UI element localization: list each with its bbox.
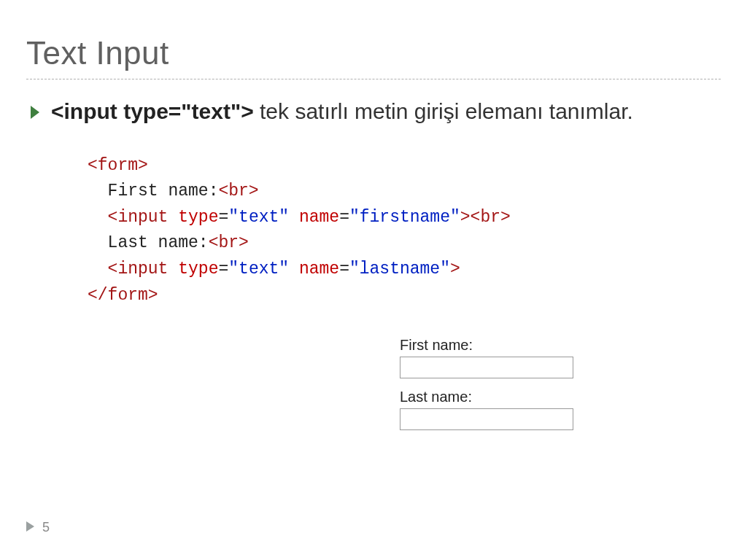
first-name-label: First name: — [400, 337, 573, 354]
code-input1-close: > — [460, 208, 471, 227]
bullet-rest: tek satırlı metin girişi elemanı tanımla… — [254, 99, 633, 123]
code-input1-attr1: type — [178, 208, 218, 227]
code-example: <form> First name:<br> <input type="text… — [88, 153, 721, 309]
code-input2-attr2: name — [299, 260, 339, 279]
code-label-last: Last name: — [108, 233, 209, 252]
code-input1-val1: "text" — [228, 208, 289, 227]
code-input2-open: <input — [108, 260, 169, 279]
bullet-text: <input type="text"> tek satırlı metin gi… — [51, 97, 633, 127]
code-input2-val1: "text" — [228, 260, 289, 279]
code-form-close: </form> — [88, 286, 158, 305]
code-br3: <br> — [209, 233, 249, 252]
code-form-open: <form> — [88, 156, 148, 175]
code-eq2a: = — [218, 260, 228, 279]
code-br2: <br> — [471, 208, 511, 227]
slide-footer: 5 — [26, 520, 50, 535]
code-input2-val2: "lastname" — [349, 260, 450, 279]
slide-title: Text Input — [26, 35, 721, 71]
last-name-input[interactable] — [400, 408, 573, 430]
code-eq1b: = — [339, 208, 349, 227]
bullet-item: <input type="text"> tek satırlı metin gi… — [26, 97, 721, 127]
title-divider — [26, 79, 721, 79]
form-preview: First name: Last name: — [400, 337, 573, 440]
code-input2-attr1: type — [178, 260, 218, 279]
bullet-code: <input type="text"> — [51, 99, 254, 123]
first-name-input[interactable] — [400, 357, 573, 378]
code-label-first: First name: — [108, 182, 219, 201]
last-name-label: Last name: — [400, 389, 573, 405]
code-input1-open: <input — [108, 208, 169, 227]
code-eq2b: = — [339, 260, 349, 279]
code-eq1a: = — [218, 208, 228, 227]
svg-marker-1 — [26, 521, 34, 532]
code-input2-close: > — [450, 260, 460, 279]
code-input1-val2: "firstname" — [349, 208, 460, 227]
code-input1-attr2: name — [299, 208, 339, 227]
svg-marker-0 — [31, 106, 39, 119]
page-number: 5 — [42, 520, 50, 535]
bullet-triangle-icon — [31, 106, 41, 122]
footer-triangle-icon — [26, 520, 35, 535]
code-br1: <br> — [218, 182, 258, 201]
